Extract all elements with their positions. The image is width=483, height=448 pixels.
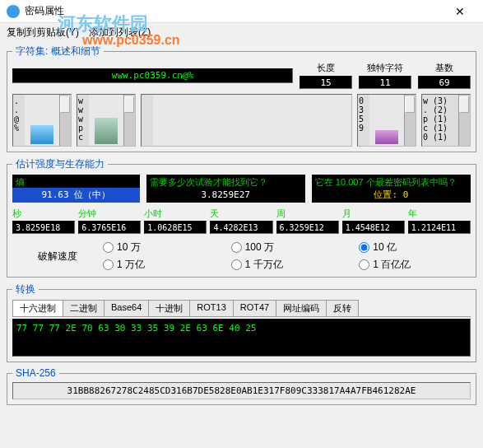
tab-dec[interactable]: 十进制	[148, 300, 190, 316]
week-value: 6.3259E12	[276, 221, 339, 234]
convert-group: 转换 十六进制 二进制 Base64 十进制 ROT13 ROT47 网址编码 …	[7, 282, 476, 362]
bar-chars: . . @ %	[13, 95, 25, 146]
tab-rot47[interactable]: ROT47	[233, 300, 276, 316]
attempts-label: 需要多少次试验才能找到它？	[146, 175, 305, 188]
window-title: 密码属性	[25, 4, 444, 18]
convert-legend: 转换	[12, 282, 39, 296]
month-label: 月	[342, 208, 405, 220]
password-display: www.pc0359.cn@%	[12, 68, 293, 83]
rank-label: 它在 10.007 个最差密码列表中吗？	[312, 175, 471, 188]
bar-freq: w (3) . (2) p (1) c (1) 0 (1)	[421, 94, 471, 147]
week-label: 周	[276, 208, 339, 220]
month-value: 1.4548E12	[342, 221, 405, 234]
tab-base64[interactable]: Base64	[104, 300, 149, 316]
hr-value: 1.0628E15	[144, 221, 207, 234]
base-value: 69	[418, 76, 471, 89]
speed-radio-100k[interactable]: 10 万	[103, 240, 215, 254]
tab-url[interactable]: 网址编码	[276, 300, 327, 316]
convert-tabs: 十六进制 二进制 Base64 十进制 ROT13 ROT47 网址编码 反转	[12, 300, 471, 317]
menu-add[interactable]: 添加到列表(Z)	[89, 26, 151, 40]
length-label: 长度	[300, 62, 352, 74]
sha-group: SHA-256 31BB88267278C2485CD316B7DE5828E0…	[7, 367, 476, 405]
sha-legend: SHA-256	[12, 367, 59, 379]
speed-radio-1m[interactable]: 100 万	[231, 240, 343, 254]
bar-upper	[141, 94, 352, 147]
charset-bars: . . @ % w w w p c 0 3 5 9 w (3) . (2) p …	[12, 94, 471, 147]
day-value: 4.4282E13	[210, 221, 272, 234]
speed-radio-1q[interactable]: 1 千万亿	[231, 258, 343, 272]
strength-legend: 估计强度与生存能力	[12, 157, 108, 171]
year-value: 1.2124E11	[408, 221, 471, 234]
convert-output[interactable]: 77 77 77 2E 70 63 30 33 35 39 2E 63 6E 4…	[12, 319, 471, 357]
charset-legend: 字符集: 概述和细节	[12, 44, 104, 58]
sec-label: 秒	[12, 208, 75, 220]
tab-hex[interactable]: 十六进制	[12, 300, 63, 316]
bar-chars: 0 3 5 9	[358, 95, 369, 146]
titlebar: 密码属性 ✕	[0, 0, 483, 23]
scrollbar[interactable]	[458, 95, 470, 146]
year-label: 年	[408, 208, 471, 220]
bar-symbols: . . @ %	[12, 94, 72, 147]
unique-value: 11	[359, 76, 411, 89]
speed-radio-1t[interactable]: 1 万亿	[103, 258, 215, 272]
attempts-value: 3.8259E27	[146, 188, 305, 203]
length-value: 15	[300, 76, 352, 89]
entropy-value: 91.63 位（中）	[12, 188, 140, 203]
rank-value: 位置: 0	[312, 188, 471, 203]
bar-chars	[142, 95, 153, 146]
bar-chars: w w w p c	[77, 95, 89, 146]
scrollbar[interactable]	[123, 95, 135, 146]
min-value: 6.3765E16	[78, 221, 141, 234]
tab-bin[interactable]: 二进制	[63, 300, 104, 316]
unique-label: 独特字符	[359, 62, 411, 74]
bar-digits: 0 3 5 9	[357, 94, 416, 147]
entropy-label: 熵	[12, 175, 140, 188]
strength-group: 估计强度与生存能力 熵 91.63 位（中） 需要多少次试验才能找到它？ 3.8…	[7, 157, 476, 278]
speed-label: 破解速度	[12, 250, 103, 264]
bar-chars: w (3) . (2) p (1) c (1) 0 (1)	[422, 95, 458, 146]
menu-copy[interactable]: 复制到剪贴板(Y)	[7, 26, 79, 40]
close-button[interactable]: ✕	[444, 5, 476, 18]
hr-label: 小时	[144, 208, 207, 220]
bar-lower: w w w p c	[77, 94, 136, 147]
app-icon	[7, 5, 20, 18]
tab-rev[interactable]: 反转	[326, 300, 359, 316]
day-label: 天	[210, 208, 272, 220]
menubar: 复制到剪贴板(Y) 添加到列表(Z)	[0, 23, 483, 41]
sha-value[interactable]: 31BB88267278C2485CD316B7DE5828E0AB1E317F…	[12, 382, 471, 399]
tab-rot13[interactable]: ROT13	[189, 300, 233, 316]
scrollbar[interactable]	[404, 95, 416, 146]
speed-radio-100q[interactable]: 1 百亿亿	[359, 258, 471, 272]
base-label: 基数	[418, 62, 471, 74]
charset-group: 字符集: 概述和细节 www.pc0359.cn@% 长度 15 独特字符 11…	[7, 44, 476, 152]
min-label: 分钟	[78, 208, 141, 220]
scrollbar[interactable]	[59, 95, 71, 146]
sec-value: 3.8259E18	[12, 221, 75, 234]
speed-radio-1b[interactable]: 10 亿	[359, 240, 471, 254]
